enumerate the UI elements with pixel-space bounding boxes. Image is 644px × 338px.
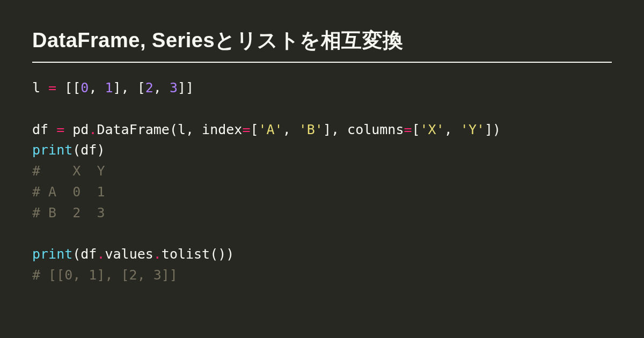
- code-token: print: [32, 246, 72, 262]
- code-token: 2: [145, 80, 153, 95]
- code-token: DataFrame(l, index: [97, 122, 242, 137]
- code-token: .: [153, 246, 162, 262]
- code-token: df: [32, 122, 56, 137]
- code-token: =: [242, 122, 250, 137]
- code-token: values: [105, 246, 153, 262]
- code-token: ,: [444, 122, 460, 137]
- code-token: (df): [72, 142, 105, 158]
- code-token: ,: [153, 80, 170, 95]
- code-token: (df: [72, 246, 97, 262]
- code-token: [[: [56, 80, 80, 95]
- code-token: 1: [105, 80, 113, 95]
- code-token: pd: [64, 122, 89, 137]
- code-token: 3: [170, 80, 178, 95]
- code-token: 'A': [259, 122, 283, 137]
- code-token: =: [56, 122, 64, 137]
- code-token: 'Y': [460, 122, 485, 137]
- code-block: l = [[0, 1], [2, 3]] df = pd.DataFrame(l…: [32, 78, 612, 286]
- code-token: ]]: [178, 80, 194, 95]
- code-token: [: [412, 122, 420, 137]
- code-token: ], columns: [323, 122, 404, 137]
- code-token: 'X': [420, 122, 444, 137]
- code-token: ], [: [113, 80, 145, 95]
- code-token: tolist()): [162, 246, 234, 262]
- page-title: DataFrame, Seriesとリストを相互変換: [32, 27, 612, 63]
- code-token: # A 0 1: [32, 184, 105, 200]
- code-token: =: [404, 122, 412, 137]
- code-token: ,: [283, 122, 299, 137]
- code-token: # X Y: [32, 163, 105, 179]
- code-token: =: [48, 80, 56, 95]
- code-token: # [[0, 1], [2, 3]]: [32, 267, 178, 283]
- code-token: 'B': [299, 122, 323, 137]
- code-token: ]): [485, 122, 501, 137]
- code-token: print: [32, 142, 72, 158]
- code-token: [: [250, 122, 258, 137]
- code-token: .: [89, 122, 97, 137]
- code-token: 0: [80, 80, 89, 95]
- code-token: .: [97, 246, 105, 262]
- code-token: # B 2 3: [32, 205, 105, 221]
- code-token: ,: [89, 80, 105, 95]
- code-token: l: [32, 80, 48, 95]
